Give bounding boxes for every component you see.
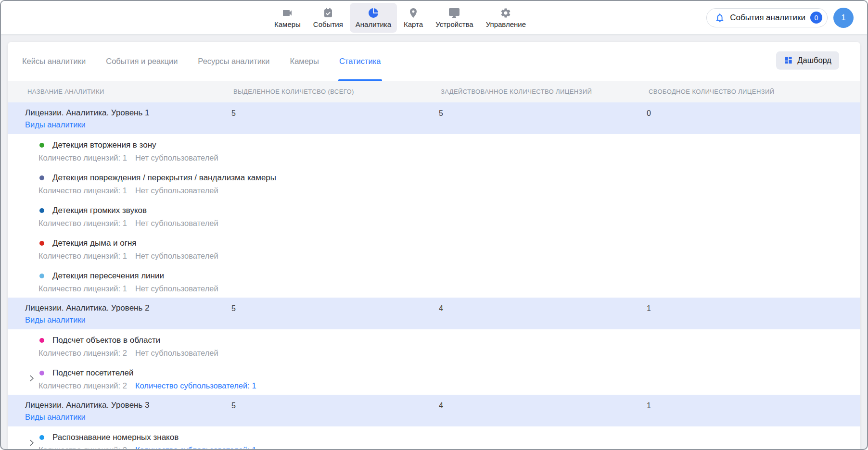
analytics-color-dot — [39, 338, 44, 343]
subusers-label: Нет субпользователей — [135, 152, 218, 164]
user-avatar[interactable]: 1 — [833, 8, 854, 28]
analytics-types-link[interactable]: Виды аналитики — [25, 119, 86, 131]
pie-chart-icon — [368, 7, 379, 19]
analytics-item-name: Детекция громких звуков — [52, 205, 230, 216]
nav-item-map[interactable]: Карта — [398, 3, 429, 33]
analytics-item-row: Подсчет посетителей Количество лицензий:… — [8, 362, 860, 395]
analytics-item-name: Подсчет посетителей — [52, 368, 230, 378]
nav-item-analytics[interactable]: Аналитика — [350, 3, 397, 33]
analytics-item-name: Детекция пересечения линии — [52, 271, 230, 281]
tab-analytics-resources[interactable]: Ресурсы аналитики — [198, 42, 269, 81]
tab-statistics[interactable]: Статистика — [339, 42, 381, 81]
analytics-item-row: Детекция пересечения линии Количество ли… — [8, 265, 860, 298]
analytics-color-dot — [39, 371, 44, 375]
analytics-color-dot — [39, 208, 44, 213]
event-check-icon — [322, 7, 334, 19]
analytics-item-row: Детекция повреждения / перекрытия / ванд… — [8, 167, 860, 200]
nav-label: Карта — [404, 20, 423, 28]
analytics-item-row: Детекция вторжения в зону Количество лиц… — [8, 134, 860, 167]
analytics-color-dot — [39, 241, 44, 246]
tab-events-reactions[interactable]: События и реакции — [106, 42, 178, 81]
allocated-count: 5 — [230, 298, 438, 329]
analytics-item-name: Подсчет объектов в области — [52, 335, 230, 346]
column-header-allocated: ВЫДЕЛЕННОЕ КОЛИЧЕТСВО (ВСЕГО) — [230, 88, 438, 95]
license-count-label: Количество лицензий: 1 — [38, 185, 127, 197]
free-count: 1 — [646, 298, 860, 329]
license-count-label: Количество лицензий: 1 — [38, 217, 127, 229]
subusers-count-link[interactable]: Количество субпользователей: 1 — [135, 380, 256, 392]
subusers-label: Нет субпользователей — [135, 185, 218, 197]
monitor-icon — [448, 7, 460, 19]
bell-icon — [715, 12, 725, 23]
analytics-color-dot — [39, 143, 44, 148]
app-window: Камеры События Аналитика Карта Устройств… — [0, 0, 868, 450]
column-header-free: СВОБОДНОЕ КОЛИЧЕСТВО ЛИЦЕНЗИЙ — [646, 88, 860, 95]
subusers-label: Нет субпользователей — [135, 217, 218, 229]
gear-icon — [500, 7, 511, 19]
top-right-controls: События аналитики 0 1 — [706, 1, 854, 34]
subusers-count-link[interactable]: Количество субпользователей: 1 — [135, 444, 256, 449]
nav-label: Камеры — [274, 20, 301, 28]
used-count: 4 — [438, 298, 646, 329]
chevron-right-icon[interactable] — [27, 374, 37, 383]
main-navigation: Камеры События Аналитика Карта Устройств… — [268, 1, 532, 34]
nav-item-events[interactable]: События — [307, 3, 349, 33]
tab-cameras[interactable]: Камеры — [290, 42, 319, 81]
subusers-label: Нет субпользователей — [135, 250, 218, 262]
analytics-color-dot — [39, 175, 44, 180]
license-count-label: Количество лицензий: 2 — [38, 444, 127, 449]
analytics-item-name: Детекция дыма и огня — [52, 238, 230, 249]
tab-analytics-cases[interactable]: Кейсы аналитики — [22, 42, 86, 81]
group-title: Лицензии. Аналитика. Уровень 2 — [25, 302, 230, 314]
tabs-bar: Кейсы аналитики События и реакции Ресурс… — [8, 42, 860, 81]
free-count: 1 — [646, 395, 860, 426]
analytics-types-link[interactable]: Виды аналитики — [25, 411, 86, 423]
group-title: Лицензии. Аналитика. Уровень 3 — [25, 399, 230, 411]
chevron-right-icon[interactable] — [27, 438, 37, 448]
top-bar: Камеры События Аналитика Карта Устройств… — [1, 1, 867, 35]
license-count-label: Количество лицензий: 2 — [38, 347, 127, 359]
analytics-item-row: Детекция громких звуков Количество лицен… — [8, 200, 860, 232]
analytics-item-name: Детекция вторжения в зону — [52, 140, 230, 150]
dashboard-button-label: Дашборд — [797, 56, 831, 65]
map-pin-icon — [408, 7, 419, 19]
subusers-label: Нет субпользователей — [135, 347, 218, 359]
subusers-label: Нет субпользователей — [135, 283, 218, 295]
nav-item-management[interactable]: Управление — [480, 3, 532, 33]
events-count-badge: 0 — [810, 12, 822, 24]
analytics-events-label: События аналитики — [730, 13, 805, 23]
dashboard-button[interactable]: Дашборд — [776, 51, 839, 69]
analytics-events-button[interactable]: События аналитики 0 — [706, 8, 828, 27]
allocated-count: 5 — [230, 395, 438, 426]
analytics-types-link[interactable]: Виды аналитики — [25, 314, 86, 326]
used-count: 4 — [438, 395, 646, 426]
column-header-name: НАЗВАНИЕ АНАЛИТИКИ — [8, 88, 230, 95]
group-title: Лицензии. Аналитика. Уровень 1 — [25, 107, 230, 119]
videocam-icon — [281, 7, 293, 19]
nav-label: Управление — [486, 20, 526, 28]
analytics-color-dot — [39, 274, 44, 278]
analytics-item-row: Распознавание номерных знаков Количество… — [8, 426, 860, 449]
content-card: Кейсы аналитики События и реакции Ресурс… — [8, 42, 860, 449]
license-count-label: Количество лицензий: 1 — [38, 250, 127, 262]
nav-item-cameras[interactable]: Камеры — [268, 3, 306, 33]
free-count: 0 — [646, 102, 860, 134]
nav-item-devices[interactable]: Устройства — [430, 3, 479, 33]
tabs: Кейсы аналитики События и реакции Ресурс… — [22, 42, 381, 81]
column-header-used: ЗАДЕЙСТВОВАННОЕ КОЛИЧЕСТВО ЛИЦЕНЗИЙ — [438, 88, 646, 95]
analytics-item-row: Детекция дыма и огня Количество лицензий… — [8, 232, 860, 265]
license-group-row: Лицензии. Аналитика. Уровень 1 Виды анал… — [8, 102, 860, 134]
license-group-row: Лицензии. Аналитика. Уровень 2 Виды анал… — [8, 298, 860, 329]
analytics-color-dot — [39, 435, 44, 440]
allocated-count: 5 — [230, 102, 438, 134]
analytics-item-name: Детекция повреждения / перекрытия / ванд… — [52, 173, 230, 183]
used-count: 5 — [438, 102, 646, 134]
dashboard-icon — [784, 56, 793, 65]
analytics-item-name: Распознавание номерных знаков — [52, 432, 230, 443]
license-count-label: Количество лицензий: 1 — [38, 283, 127, 295]
analytics-item-row: Подсчет объектов в области Количество ли… — [8, 329, 860, 362]
license-count-label: Количество лицензий: 2 — [38, 380, 127, 392]
nav-label: Устройства — [435, 20, 473, 28]
nav-label: События — [313, 20, 343, 28]
nav-label: Аналитика — [356, 20, 391, 28]
